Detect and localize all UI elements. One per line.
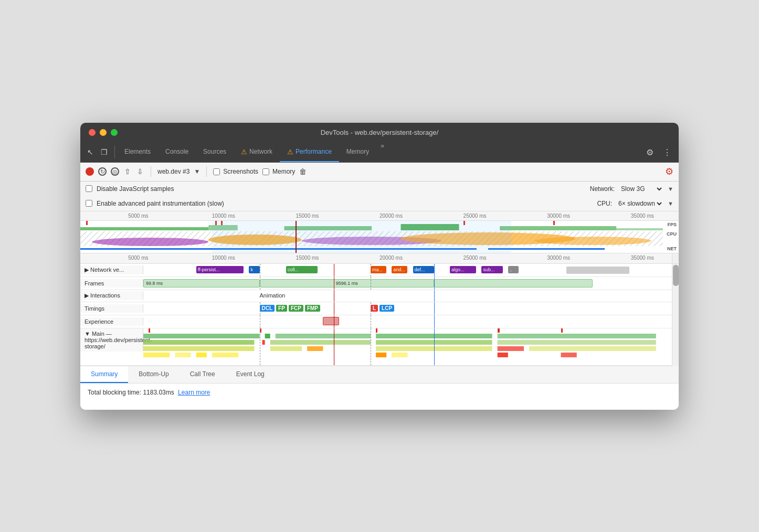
close-button[interactable] <box>89 129 96 136</box>
fps-label: FPS <box>667 222 677 227</box>
interactions-label-text: ▶ Interactions <box>85 292 120 299</box>
tab-memory[interactable]: Memory <box>339 142 376 162</box>
main-tick-10000: 10000 ms <box>212 255 235 261</box>
interactions-track-label[interactable]: ▶ Interactions <box>80 291 143 300</box>
network-dropdown-arrow: ▼ <box>668 186 673 192</box>
dcl-badge: DCL <box>260 305 275 312</box>
experience-block <box>323 317 339 325</box>
main-tabs: Elements Console Sources ⚠ Network ⚠ Per… <box>117 142 643 162</box>
screenshots-checkbox[interactable] <box>213 168 220 175</box>
tab-performance-label: Performance <box>296 148 332 155</box>
record-button[interactable] <box>86 167 94 176</box>
tab-elements[interactable]: Elements <box>117 142 158 162</box>
tab-performance[interactable]: ⚠ Performance <box>280 142 339 162</box>
frames-label-text: Frames <box>85 280 104 286</box>
dashed-line-exp-1 <box>260 315 260 328</box>
network-item-ma-label: ma... <box>372 267 383 272</box>
reload-profile-button[interactable]: ↻ <box>98 167 107 176</box>
device-icon[interactable]: ❐ <box>98 146 110 158</box>
svg-rect-5 <box>616 228 663 230</box>
more-tabs-button[interactable]: » <box>376 142 388 162</box>
network-item-dot[interactable]: .. <box>508 266 519 273</box>
cpu-label: CPU <box>667 231 677 237</box>
scrollbar-thumb[interactable] <box>673 265 679 286</box>
disable-js-checkbox[interactable] <box>86 185 92 192</box>
frame-block-1: 99.8 ms <box>143 279 260 288</box>
network-item-ff[interactable]: ff-persist... <box>196 266 244 273</box>
bottom-tabs: Summary Bottom-Up Call Tree Event Log <box>80 366 679 384</box>
tab-bar: ↖ ❐ Elements Console Sources ⚠ Network ⚠… <box>80 143 679 163</box>
right-sb-main <box>672 264 679 366</box>
network-item-algo-label: algo... <box>451 267 465 272</box>
network-item-and[interactable]: and... <box>392 266 407 273</box>
memory-checkbox-group: Memory <box>262 168 295 175</box>
blue-line-timings <box>434 302 435 315</box>
tick-10000: 10000 ms <box>212 213 235 219</box>
tab-console-label: Console <box>165 148 188 155</box>
titlebar: DevTools - web.dev/persistent-storage/ <box>80 123 679 143</box>
tab-call-tree[interactable]: Call Tree <box>180 366 226 383</box>
cursor-line-interactions <box>334 290 335 302</box>
main-tick-15000: 15000 ms <box>296 255 319 261</box>
delete-profile-icon[interactable]: 🗑 <box>299 167 307 176</box>
network-item-sub[interactable]: sub... <box>481 266 502 273</box>
performance-settings-icon[interactable]: ⚙ <box>665 166 673 177</box>
cpu-dropdown[interactable]: 6× slowdown 4× slowdown No throttling <box>616 199 663 208</box>
tab-console[interactable]: Console <box>158 142 196 162</box>
upload-button[interactable]: ⇧ <box>123 167 132 176</box>
main-ruler: 5000 ms 10000 ms 15000 ms 20000 ms 25000… <box>80 253 679 264</box>
network-option-label: Network: <box>590 185 615 193</box>
tab-sources[interactable]: Sources <box>196 142 234 162</box>
task-marker-2 <box>260 328 261 333</box>
main-tick-30000: 30000 ms <box>547 255 570 261</box>
network-track-label[interactable]: ▶ Network ve... <box>80 265 143 274</box>
paint-checkbox[interactable] <box>86 200 92 207</box>
tab-bottom-up[interactable]: Bottom-Up <box>128 366 179 383</box>
interactions-track-content: Animation <box>143 290 672 302</box>
learn-more-link[interactable]: Learn more <box>178 389 210 396</box>
main-tick-25000: 25000 ms <box>463 255 487 261</box>
network-dropdown[interactable]: Slow 3G Fast 3G No throttling <box>619 185 663 193</box>
network-warning-icon: ⚠ <box>241 148 247 156</box>
download-button[interactable]: ⇩ <box>136 167 144 176</box>
network-item-coll-label: coll... <box>288 267 299 272</box>
svg-rect-26 <box>376 346 492 351</box>
inspect-icon[interactable]: ↖ <box>85 146 96 158</box>
frame-time-2: 9596.1 ms <box>336 281 358 286</box>
network-item-ma[interactable]: ma... <box>371 266 386 273</box>
settings-icon[interactable]: ⚙ <box>643 145 657 159</box>
svg-rect-21 <box>376 340 492 345</box>
options-bar: Disable JavaScript samples Network: Slow… <box>80 182 679 211</box>
tab-summary[interactable]: Summary <box>80 366 128 383</box>
network-item-def[interactable]: def... <box>413 266 434 273</box>
main-tick-35000: 35000 ms <box>631 255 654 261</box>
network-item-gray <box>566 267 630 274</box>
lcp-badge: LCP <box>380 305 394 312</box>
minimize-button[interactable] <box>100 129 107 136</box>
svg-rect-18 <box>143 340 254 345</box>
tab-event-log[interactable]: Event Log <box>226 366 275 383</box>
tick-25000: 25000 ms <box>463 213 487 219</box>
profile-dropdown-icon[interactable]: ▼ <box>194 168 200 175</box>
tab-network[interactable]: ⚠ Network <box>234 142 280 162</box>
stop-button[interactable]: ◎ <box>111 167 119 176</box>
maximize-button[interactable] <box>111 129 118 136</box>
svg-rect-22 <box>498 340 656 345</box>
main-track-label: ▼ Main — https://web.dev/persistent-stor… <box>80 328 143 352</box>
tab-summary-label: Summary <box>91 370 118 378</box>
svg-rect-20 <box>270 340 371 345</box>
dashed-line-exp-2 <box>371 315 371 328</box>
network-item-algo[interactable]: algo... <box>450 266 476 273</box>
flame-row-3 <box>143 346 672 352</box>
timeline-overview[interactable]: 5000 ms 10000 ms 15000 ms 20000 ms 25000… <box>80 211 679 253</box>
network-item-coll[interactable]: coll... <box>286 266 318 273</box>
more-options-icon[interactable]: ⋮ <box>660 145 674 159</box>
network-item-k[interactable]: k <box>249 266 259 273</box>
network-track-content: ff-persist... k coll... ma... and... <box>143 264 672 276</box>
blue-line-experience <box>434 315 435 328</box>
fcp-badge: FCP <box>289 305 303 312</box>
memory-checkbox[interactable] <box>262 168 269 175</box>
flame-row-2 <box>143 340 672 345</box>
animation-label: Animation <box>260 292 286 299</box>
svg-rect-28 <box>529 346 656 351</box>
